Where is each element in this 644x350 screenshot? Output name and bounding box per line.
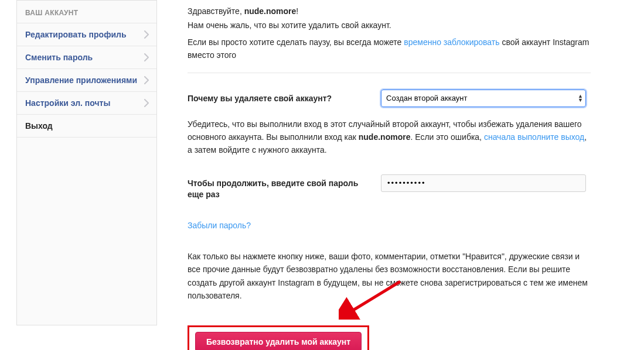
- password-label: Чтобы продолжить, введите свой пароль ещ…: [188, 174, 363, 201]
- confirm-password-input[interactable]: [381, 174, 586, 192]
- sidebar-item-label: Сменить пароль: [25, 53, 93, 62]
- chevron-right-icon: [144, 30, 149, 39]
- divider: [188, 73, 591, 73]
- reason-label: Почему вы удаляете свой аккаунт?: [188, 90, 363, 105]
- sidebar-item-logout[interactable]: Выход: [17, 115, 156, 138]
- logout-first-link[interactable]: сначала выполните выход: [484, 132, 584, 142]
- sidebar-item-email-settings[interactable]: Настройки эл. почты: [17, 92, 156, 115]
- delete-reason-select[interactable]: Создан второй аккаунт: [381, 90, 586, 107]
- chevron-right-icon: [144, 99, 149, 107]
- sidebar-item-edit-profile[interactable]: Редактировать профиль: [17, 23, 156, 46]
- annotation-highlight-box: Безвозвратно удалить мой аккаунт: [188, 325, 369, 350]
- sidebar-item-label: Настройки эл. почты: [25, 98, 110, 108]
- sidebar-item-label: Редактировать профиль: [25, 30, 127, 39]
- chevron-right-icon: [144, 76, 149, 84]
- account-sidebar: ВАШ АККАУНТ Редактировать профиль Сменит…: [16, 0, 157, 325]
- forgot-password-link[interactable]: Забыли пароль?: [188, 221, 251, 230]
- main-content: Здравствуйте, nude.nomore! Нам очень жал…: [157, 0, 620, 350]
- sidebar-filler: [17, 138, 156, 325]
- sidebar-item-label: Управление приложениями: [25, 76, 137, 85]
- current-username: nude.nomore: [244, 6, 297, 16]
- sidebar-item-manage-apps[interactable]: Управление приложениями: [17, 69, 156, 92]
- sidebar-item-label: Выход: [25, 121, 53, 131]
- sidebar-item-change-password[interactable]: Сменить пароль: [17, 46, 156, 69]
- logged-in-username: nude.nomore: [359, 132, 411, 142]
- sorry-line: Нам очень жаль, что вы хотите удалить св…: [188, 19, 591, 32]
- temporarily-disable-link[interactable]: временно заблокировать: [404, 37, 499, 47]
- password-row: Чтобы продолжить, введите свой пароль ещ…: [188, 174, 591, 201]
- pause-suggestion: Если вы просто хотите сделать паузу, вы …: [188, 36, 591, 62]
- chevron-right-icon: [144, 53, 149, 61]
- reason-row: Почему вы удаляете свой аккаунт? Создан …: [188, 90, 591, 107]
- verify-account-note: Убедитесь, что вы выполнили вход в этот …: [188, 118, 591, 157]
- sidebar-header: ВАШ АККАУНТ: [17, 1, 156, 23]
- permanently-delete-button[interactable]: Безвозвратно удалить мой аккаунт: [195, 332, 362, 350]
- permanent-delete-warning: Как только вы нажмете кнопку ниже, ваши …: [188, 250, 591, 303]
- greeting-line: Здравствуйте, nude.nomore!: [188, 5, 591, 18]
